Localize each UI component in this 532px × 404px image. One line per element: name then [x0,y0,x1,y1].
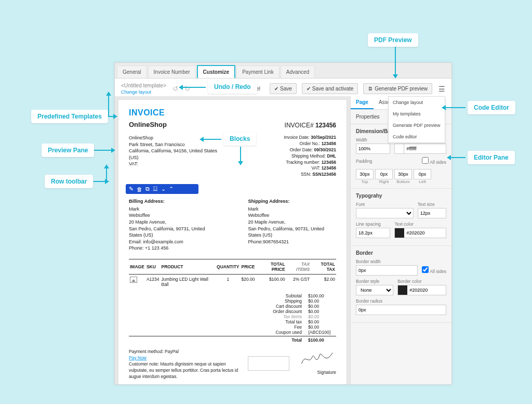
tab-customize[interactable]: Customize [197,65,236,78]
tab-general[interactable]: General [117,66,147,78]
redo-icon[interactable]: ↻ [184,85,190,93]
pad-left[interactable] [414,169,431,179]
billing-address: Billing Address: MarkWebtoffee 20 Maple … [129,198,217,252]
company-address: OnlineShop Park Street, San Francisco Ca… [129,135,222,178]
section-typography: Typograhy Font Text size Line spacing Te… [351,189,451,246]
shipping-address: Shipping Address: MarkWebtoffee 20 Maple… [248,198,337,252]
save-activate-button[interactable]: ✔Save and activate [302,83,358,94]
payment-info: Payment method: PayPal Pay Now Customer … [129,349,289,380]
align-icon[interactable]: ☳ [153,186,158,192]
invoice-meta: Invoice Date: 30/Sep/2021 Order No.: 123… [284,135,336,178]
etab-page[interactable]: Page [351,96,374,109]
tab-invoice-number[interactable]: Invoice Number [148,66,196,78]
row-toolbar[interactable]: ✎ 🗑 ⧉ ☳ ⌄ ⌃ [126,184,198,194]
font-select[interactable] [356,208,414,218]
width-input[interactable] [356,144,390,154]
generate-pdf-button[interactable]: 🗎Generate PDF preview [363,83,432,94]
callout-pdf-preview: PDF Preview [368,33,418,47]
pad-right[interactable] [375,169,393,179]
delete-icon[interactable]: 🗑 [137,186,142,192]
settings-dropdown: Change layout My templates Generate PDF … [388,96,445,143]
dd-code-editor[interactable]: Code editor [389,131,445,142]
callout-predefined-templates: Predefined Templates [31,110,108,123]
callout-row-toolbar: Row toolbar [45,175,93,188]
save-button[interactable]: ✔Save [270,83,297,94]
text-color-input[interactable] [394,228,446,238]
note-input[interactable] [248,356,289,371]
image-icon [130,277,137,283]
col-sku: SKU [145,259,161,274]
tab-payment-link[interactable]: Payment Link [236,66,280,78]
dd-generate-pdf[interactable]: Generate PDF preview [389,120,445,131]
duplicate-icon[interactable]: ⧉ [145,186,150,192]
col-qty: QUANTITY [216,259,240,274]
template-name-wrap: <Untitled template> Change layout [121,83,166,95]
border-color-input[interactable] [397,285,446,295]
invoice-title: INVOICE [129,108,336,118]
totals: Subtotal$100.00 Shipping$0.00 Cart disco… [129,293,336,343]
undo-icon[interactable]: ↺ [172,85,178,93]
app-window: General Invoice Number Customize Payment… [114,62,452,385]
callout-editor-pane: Editor Pane [468,151,515,164]
tab-advanced[interactable]: Advanced [281,66,315,78]
signature-row: Payment method: PayPal Pay Now Customer … [129,349,336,380]
all-sides-checkbox[interactable]: All sides [422,157,446,165]
line-spacing-input[interactable] [356,228,390,238]
callout-undo-redo: Undo / Redo [208,80,257,94]
col-ttax: TOTAL TAX [311,259,336,274]
border-style-select[interactable]: None [356,285,393,295]
pad-top[interactable] [356,169,374,179]
callout-code-editor: Code Editor [468,101,515,114]
invoice-number: INVOICE# 123456 [285,122,336,129]
change-layout-link[interactable]: Change layout [121,89,166,95]
col-taxitems: TAX ITEMS [286,259,311,274]
table-row: A1234 Jumbing LED Light Wall Ball 1 $20.… [129,274,336,289]
chevron-down-icon[interactable]: ⌄ [161,186,166,192]
signature-image [300,349,336,368]
text-size-input[interactable] [418,208,446,218]
border-all-sides-checkbox[interactable]: All sides [422,266,446,274]
chevron-up-icon[interactable]: ⌃ [169,186,174,192]
col-image: IMAGE [129,259,145,274]
pdf-icon: 🗎 [368,86,373,92]
addresses: Billing Address: MarkWebtoffee 20 Maple … [129,198,336,252]
col-price: PRICE [241,259,256,274]
pad-bottom[interactable] [394,169,412,179]
bg-color-input[interactable] [394,144,446,154]
callout-blocks: Blocks [223,132,256,146]
main-tabs: General Invoice Number Customize Payment… [115,63,451,79]
callout-preview-pane: Preview Pane [42,144,94,157]
template-name: <Untitled template> [121,83,166,88]
border-radius-input[interactable] [356,305,446,315]
dd-change-layout[interactable]: Change layout [389,97,445,108]
dd-my-templates[interactable]: My templates [389,108,445,120]
pay-now-link[interactable]: Pay Now [129,355,147,360]
border-width-input[interactable] [356,265,418,276]
col-product: PRODUCT [160,259,216,274]
line-items-table: IMAGE SKU PRODUCT QUANTITY PRICE TOTAL P… [129,259,336,289]
edit-icon[interactable]: ✎ [129,186,134,192]
hamburger-icon[interactable]: ☰ [438,85,445,93]
section-border: Border Border width All sides Border sty… [351,246,451,323]
col-tprice: TOTAL PRICE [256,259,286,274]
